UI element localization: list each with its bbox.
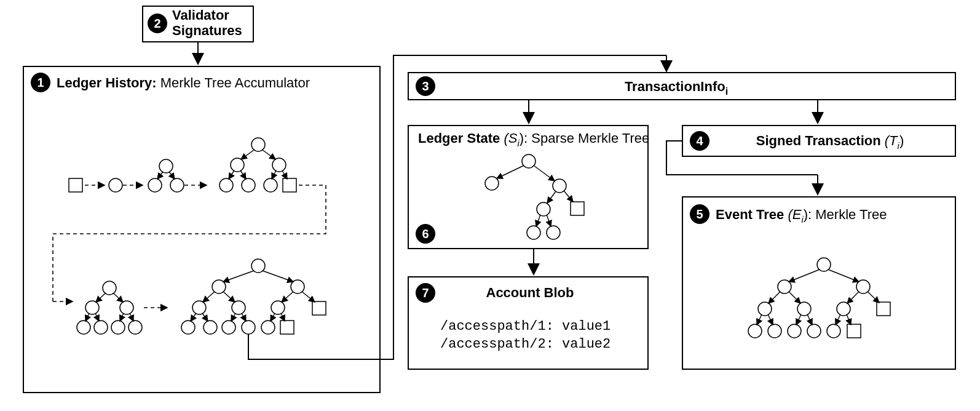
svg-point-27: [111, 321, 125, 334]
acc-stage1-leaf: [69, 178, 82, 192]
svg-point-62: [522, 154, 535, 168]
svg-point-85: [788, 324, 801, 338]
svg-point-46: [242, 321, 255, 334]
svg-point-13: [264, 178, 277, 192]
svg-rect-82: [877, 302, 890, 316]
acc-stage2-node: [109, 178, 122, 192]
svg-point-2: [159, 159, 173, 173]
svg-point-79: [758, 302, 772, 316]
box-event-tree: [682, 197, 955, 369]
svg-rect-88: [847, 324, 861, 338]
svg-point-65: [537, 202, 550, 216]
svg-point-28: [128, 321, 142, 334]
svg-point-41: [271, 301, 285, 314]
svg-point-47: [261, 321, 275, 334]
svg-point-63: [485, 177, 499, 190]
ledger-state-title: Ledger State (Si): Sparse Merkle Tree: [418, 130, 649, 148]
svg-point-23: [85, 301, 99, 314]
svg-point-68: [547, 226, 560, 239]
transactioninfo-title: TransactionInfoi: [625, 79, 728, 97]
svg-point-12: [242, 178, 255, 192]
svg-point-80: [797, 302, 811, 316]
svg-rect-42: [312, 301, 326, 315]
badge-7-num: 7: [422, 286, 429, 300]
svg-point-9: [231, 158, 244, 172]
validator-line2: Signatures: [172, 23, 242, 38]
svg-point-84: [768, 324, 781, 338]
svg-rect-48: [280, 321, 294, 334]
badge-3-num: 3: [422, 79, 429, 93]
box-ledger-history: [23, 66, 380, 393]
svg-point-87: [827, 324, 840, 338]
account-blob-title: Account Blob: [486, 285, 574, 300]
ledger-history-title: Ledger History: Merkle Tree Accumulator: [57, 75, 310, 90]
svg-point-81: [837, 302, 850, 316]
svg-point-64: [553, 179, 566, 193]
svg-point-24: [120, 301, 133, 314]
signed-transaction-title: Signed Transaction (Ti): [756, 133, 904, 151]
svg-point-39: [192, 301, 206, 314]
badge-5-num: 5: [696, 207, 703, 221]
badge-2-num: 2: [154, 17, 160, 30]
badge-1-num: 1: [37, 76, 44, 89]
svg-point-44: [204, 321, 217, 334]
svg-point-86: [807, 324, 821, 338]
svg-rect-66: [571, 202, 584, 215]
svg-point-11: [219, 178, 233, 192]
svg-point-3: [148, 178, 162, 192]
svg-rect-14: [283, 178, 296, 192]
svg-point-10: [272, 158, 286, 172]
svg-point-43: [181, 321, 195, 334]
event-tree-title: Event Tree (Ei): Merkle Tree: [716, 207, 887, 225]
svg-point-4: [170, 178, 184, 192]
account-blob-line2: /accesspath/2: value2: [440, 337, 611, 352]
svg-point-40: [232, 301, 245, 314]
svg-point-25: [77, 321, 90, 334]
badge-4-num: 4: [696, 134, 703, 148]
svg-point-26: [94, 321, 108, 334]
svg-point-45: [222, 321, 235, 334]
diagram-canvas: 2 Validator Signatures 1 Ledger History:…: [0, 0, 980, 411]
svg-point-22: [103, 281, 116, 295]
svg-point-67: [527, 226, 540, 239]
svg-point-8: [251, 138, 265, 151]
validator-line1: Validator: [172, 7, 229, 23]
svg-point-83: [748, 324, 762, 338]
account-blob-line1: /accesspath/1: value1: [440, 319, 611, 334]
badge-6-num: 6: [422, 227, 429, 241]
